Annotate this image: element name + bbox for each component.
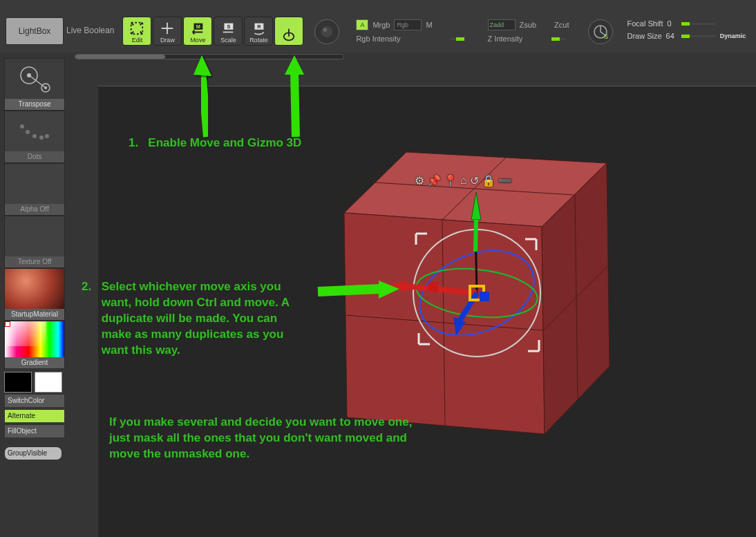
- svg-point-18: [20, 124, 24, 129]
- m-button[interactable]: M: [426, 21, 432, 29]
- fill-object-button[interactable]: FillObject: [4, 424, 65, 438]
- tool-gizmo3d[interactable]: [274, 17, 303, 46]
- lock-icon[interactable]: 🔒: [482, 174, 495, 187]
- material-slot[interactable]: StartupMaterial: [4, 268, 65, 321]
- switch-color-button[interactable]: SwitchColor: [4, 394, 65, 408]
- annotation-num: 2.: [82, 279, 98, 295]
- home-icon[interactable]: ⌂: [460, 174, 467, 187]
- location-icon[interactable]: 📍: [444, 174, 457, 187]
- focal-shift-value[interactable]: 0: [667, 19, 671, 28]
- rgb-intensity-slider[interactable]: [451, 38, 464, 40]
- tool-scale[interactable]: S Scale: [214, 17, 243, 46]
- zcut-button[interactable]: Zcut: [554, 21, 569, 29]
- gizmo-icon: [281, 28, 296, 43]
- color-mode-block: A Mrgb Rgb M Rgb Intensity: [356, 19, 464, 43]
- rgb-intensity-label: Rgb Intensity: [356, 35, 400, 43]
- tool-draw[interactable]: Draw: [153, 17, 182, 46]
- gradient-slot[interactable]: Gradient: [4, 321, 65, 369]
- move-icon: M: [190, 21, 205, 36]
- z-intensity-label: Z Intensity: [488, 35, 523, 43]
- sidebar-item-label: StartupMaterial: [5, 309, 64, 320]
- scale-icon: S: [220, 21, 236, 36]
- tool-rotate[interactable]: R Rotate: [244, 17, 273, 46]
- svg-point-1: [167, 27, 169, 30]
- draw-size-value[interactable]: 64: [666, 32, 674, 40]
- edit-icon: [129, 21, 144, 36]
- annotation-text: Enable Move and Gizmo 3D: [148, 136, 301, 149]
- z-intensity-slider[interactable]: [551, 38, 565, 40]
- annotation-tip: If you make several and decide you want …: [109, 415, 434, 462]
- a-mode-button[interactable]: A: [356, 19, 368, 30]
- sidebar-item-label: Alpha Off: [5, 204, 64, 215]
- tool-label: Move: [190, 37, 205, 44]
- svg-point-21: [39, 135, 44, 140]
- annotation-num: 1.: [129, 136, 138, 149]
- transpose-icon: [14, 63, 55, 95]
- stroke-slot[interactable]: Dots: [4, 111, 65, 163]
- sidebar-item-label: Texture Off: [5, 256, 64, 267]
- svg-text:S: S: [227, 23, 231, 30]
- tool-label: Rotate: [249, 37, 268, 44]
- alternate-button[interactable]: Alternate: [4, 409, 65, 423]
- tool-label: Draw: [160, 37, 175, 44]
- group-visible-button[interactable]: GroupVisible: [4, 446, 62, 460]
- brush-focal-icon[interactable]: S: [588, 19, 613, 44]
- main-color-swatch[interactable]: [4, 372, 32, 393]
- top-toolbar: LightBox Live Boolean Edit Draw M Move S…: [0, 0, 756, 53]
- sidebar-item-label: Dots: [5, 151, 64, 162]
- svg-text:R: R: [258, 23, 262, 30]
- color-picker[interactable]: [5, 321, 64, 357]
- live-boolean-button[interactable]: Live Boolean: [66, 26, 114, 35]
- gizmo-toolbar: ⚙ 📌 📍 ⌂ ↺ 🔒 ➖: [415, 174, 512, 187]
- brush-sphere-icon[interactable]: [314, 19, 339, 44]
- draw-size-label: Draw Size: [627, 32, 661, 40]
- svg-text:M: M: [196, 23, 200, 30]
- sidebar-item-label: Gradient: [5, 357, 64, 368]
- texture-slot[interactable]: Texture Off: [4, 216, 65, 268]
- svg-point-10: [323, 28, 328, 32]
- tool-move[interactable]: M Move: [183, 17, 212, 46]
- depth-mode-block: Zadd Zsub Zcut Z Intensity: [488, 19, 569, 43]
- secondary-color-swatch[interactable]: [35, 372, 62, 393]
- toolbar-scrollbar[interactable]: [75, 54, 344, 59]
- focal-shift-slider[interactable]: [681, 23, 716, 25]
- svg-point-19: [26, 130, 30, 134]
- svg-text:S: S: [604, 33, 608, 40]
- left-sidebar: Transpose Dots Alpha Off Texture Off Sta…: [4, 58, 65, 460]
- draw-icon: [160, 21, 175, 36]
- minus-icon[interactable]: ➖: [498, 174, 512, 187]
- transpose-slot[interactable]: Transpose: [4, 58, 65, 111]
- rotate-icon: R: [251, 21, 266, 36]
- gear-icon[interactable]: ⚙: [415, 174, 424, 187]
- annotation-step2: 2. Select whichever move axis you want, …: [82, 279, 310, 359]
- undo-icon[interactable]: ↺: [470, 174, 479, 187]
- focal-shift-label: Focal Shift: [627, 19, 663, 28]
- mrgb-button[interactable]: Mrgb: [372, 21, 390, 29]
- pin-icon[interactable]: 📌: [427, 174, 441, 187]
- mode-tool-group: Edit Draw M Move S Scale R Rotate: [122, 17, 303, 46]
- svg-point-17: [44, 86, 47, 89]
- draw-size-slider[interactable]: [681, 35, 716, 37]
- lightbox-button[interactable]: LightBox: [6, 17, 64, 45]
- brush-settings-block: Focal Shift 0 Draw Size 64 Dynamic: [627, 19, 746, 40]
- annotation-step1: 1. Enable Move and Gizmo 3D: [129, 135, 301, 151]
- tool-edit[interactable]: Edit: [122, 17, 151, 46]
- svg-point-20: [32, 134, 37, 138]
- svg-point-22: [45, 134, 49, 138]
- annotation-text: Select whichever move axis you want, hol…: [102, 279, 302, 359]
- color-swatch-row: [4, 372, 65, 393]
- zsub-button[interactable]: Zsub: [520, 21, 536, 29]
- alpha-slot[interactable]: Alpha Off: [4, 163, 65, 216]
- svg-point-9: [321, 26, 333, 38]
- tool-label: Scale: [220, 37, 236, 44]
- dots-icon: [14, 115, 55, 147]
- dynamic-label[interactable]: Dynamic: [720, 32, 746, 39]
- zadd-button[interactable]: Zadd: [488, 19, 516, 30]
- sidebar-item-label: Transpose: [5, 99, 64, 110]
- rgb-button[interactable]: Rgb: [394, 19, 422, 30]
- annotation-text: If you make several and decide you want …: [109, 415, 412, 460]
- tool-label: Edit: [132, 37, 143, 44]
